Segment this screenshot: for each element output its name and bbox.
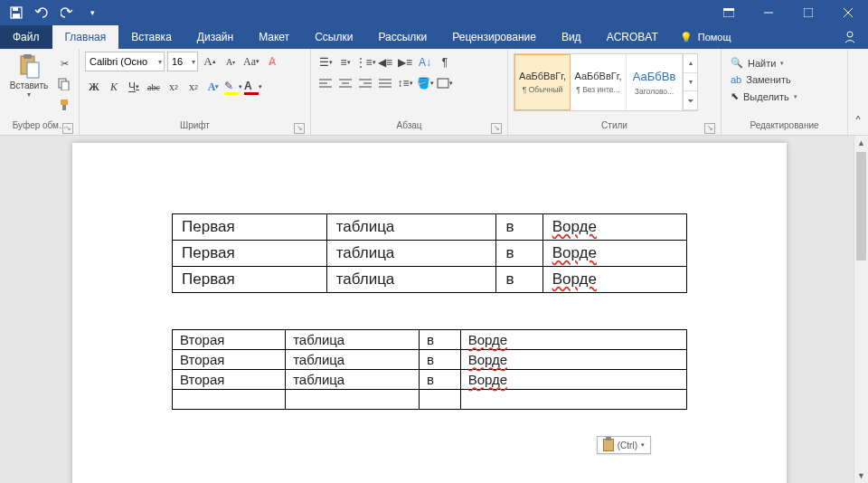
table-cell[interactable]	[420, 390, 461, 410]
table-cell[interactable]: Ворде	[542, 267, 686, 293]
table-cell[interactable]: в	[420, 330, 461, 350]
table-cell[interactable]: Вторая	[173, 330, 286, 350]
table-1[interactable]: Первая таблица в Ворде Первая таблица в …	[172, 213, 687, 293]
table-cell[interactable]: Ворде	[542, 214, 686, 241]
share-button[interactable]	[832, 25, 868, 49]
text-effects-button[interactable]: A▾	[204, 78, 222, 96]
format-painter-button[interactable]	[55, 96, 73, 114]
style-normal[interactable]: АаБбВвГг, ¶ Обычный	[514, 54, 571, 110]
highlight-button[interactable]: ✎▾	[224, 78, 242, 96]
paste-options-button[interactable]: (Ctrl) ▾	[597, 436, 651, 454]
align-left-button[interactable]	[316, 74, 335, 92]
table-2[interactable]: Вторая таблица в Ворде Вторая таблица в …	[172, 329, 687, 410]
tab-insert[interactable]: Вставка	[118, 25, 184, 49]
font-name-combo[interactable]: Calibri (Осно▾	[85, 52, 165, 71]
table-row[interactable]: Вторая таблица в Ворде	[173, 330, 687, 350]
styles-more[interactable]: ▴▾⏷	[683, 54, 697, 110]
paragraph-launcher[interactable]: ↘	[491, 123, 502, 134]
table-row[interactable]: Вторая таблица в Ворде	[173, 350, 687, 370]
align-right-button[interactable]	[356, 74, 374, 92]
table-cell[interactable]: таблица	[326, 214, 496, 241]
bullets-button[interactable]: ☰▾	[316, 53, 335, 71]
table-cell[interactable]: Ворде	[460, 350, 686, 370]
font-launcher[interactable]: ↘	[294, 123, 305, 134]
increase-indent-button[interactable]: ▶≡	[396, 53, 414, 71]
show-marks-button[interactable]: ¶	[436, 53, 454, 71]
select-button[interactable]: ⬉ Выделить ▾	[727, 89, 801, 104]
table-cell[interactable]: таблица	[326, 267, 496, 293]
table-cell[interactable]: таблица	[286, 370, 420, 390]
change-case-button[interactable]: Aa▾	[242, 52, 260, 71]
maximize-button[interactable]	[788, 0, 828, 25]
table-cell[interactable]: таблица	[326, 241, 496, 267]
table-cell[interactable]	[173, 390, 286, 410]
table-row[interactable]: Первая таблица в Ворде	[173, 214, 687, 241]
save-button[interactable]	[5, 3, 27, 23]
paste-button[interactable]: Вставить ▾	[5, 52, 52, 99]
table-cell[interactable]	[286, 390, 420, 410]
decrease-indent-button[interactable]: ◀≡	[376, 53, 394, 71]
sort-button[interactable]: A↓	[416, 53, 434, 71]
scroll-down-button[interactable]: ▼	[854, 469, 868, 483]
numbering-button[interactable]: ≡▾	[336, 53, 354, 71]
superscript-button[interactable]: x2	[184, 78, 203, 96]
table-cell[interactable]: в	[496, 214, 542, 241]
table-cell[interactable]: Ворде	[460, 330, 686, 350]
find-button[interactable]: 🔍 Найти ▾	[727, 55, 801, 71]
align-center-button[interactable]	[336, 74, 354, 92]
line-spacing-button[interactable]: ↕≡▾	[396, 74, 414, 92]
borders-button[interactable]: ▾	[436, 74, 454, 92]
table-cell[interactable]: Ворде	[542, 241, 686, 267]
table-cell[interactable]: Вторая	[173, 370, 286, 390]
table-cell[interactable]: Первая	[173, 241, 327, 267]
table-cell[interactable]: в	[496, 241, 542, 267]
qat-customize-button[interactable]: ▾	[81, 3, 103, 23]
style-no-spacing[interactable]: АаБбВвГг, ¶ Без инте...	[571, 54, 627, 110]
grow-font-button[interactable]: A▴	[201, 52, 219, 71]
font-color-button[interactable]: A▾	[244, 78, 262, 96]
replace-button[interactable]: ab Заменить	[727, 72, 801, 87]
table-cell[interactable]: Первая	[173, 214, 327, 241]
table-cell[interactable]: в	[420, 350, 461, 370]
tab-file[interactable]: Файл	[0, 25, 52, 49]
tab-review[interactable]: Рецензирование	[439, 25, 549, 49]
subscript-button[interactable]: x2	[165, 78, 183, 96]
tell-me[interactable]: 💡 Помощ	[671, 25, 741, 49]
table-row[interactable]: Вторая таблица в Ворде	[173, 370, 687, 390]
underline-button[interactable]: Ч▾	[125, 78, 143, 96]
tab-layout[interactable]: Макет	[246, 25, 302, 49]
table-cell[interactable]: в	[420, 370, 461, 390]
tab-home[interactable]: Главная	[52, 25, 119, 49]
bold-button[interactable]: Ж	[85, 78, 103, 96]
shading-button[interactable]: 🪣▾	[416, 74, 434, 92]
ribbon-display-button[interactable]	[709, 0, 749, 25]
style-heading1[interactable]: АаБбВв Заголово...	[627, 54, 683, 110]
table-cell[interactable]: таблица	[286, 350, 420, 370]
table-cell[interactable]	[460, 390, 686, 410]
clear-formatting-button[interactable]: A̷	[263, 52, 281, 71]
redo-button[interactable]	[56, 3, 78, 23]
justify-button[interactable]	[376, 74, 394, 92]
tab-mailings[interactable]: Рассылки	[365, 25, 439, 49]
table-cell[interactable]: в	[496, 267, 542, 293]
table-cell[interactable]: Ворде	[460, 370, 686, 390]
clipboard-launcher[interactable]: ↘	[62, 123, 73, 134]
page[interactable]: Первая таблица в Ворде Первая таблица в …	[72, 143, 787, 483]
strikethrough-button[interactable]: abc	[145, 78, 163, 96]
vertical-scrollbar[interactable]: ▲ ▼	[854, 136, 868, 483]
tab-acrobat[interactable]: ACROBAT	[594, 25, 671, 49]
close-button[interactable]	[828, 0, 868, 25]
shrink-font-button[interactable]: A▾	[222, 52, 240, 71]
table-cell[interactable]: Вторая	[173, 350, 286, 370]
tab-references[interactable]: Ссылки	[302, 25, 365, 49]
tab-view[interactable]: Вид	[549, 25, 594, 49]
scroll-thumb[interactable]	[856, 152, 866, 260]
collapse-ribbon-button[interactable]: ˄	[848, 49, 868, 135]
table-cell[interactable]: Первая	[173, 267, 327, 293]
scroll-up-button[interactable]: ▲	[854, 136, 868, 150]
table-row[interactable]: Первая таблица в Ворде	[173, 241, 687, 267]
copy-button[interactable]	[55, 75, 73, 93]
styles-launcher[interactable]: ↘	[704, 123, 715, 134]
table-cell[interactable]: таблица	[286, 330, 420, 350]
undo-button[interactable]	[31, 3, 52, 23]
